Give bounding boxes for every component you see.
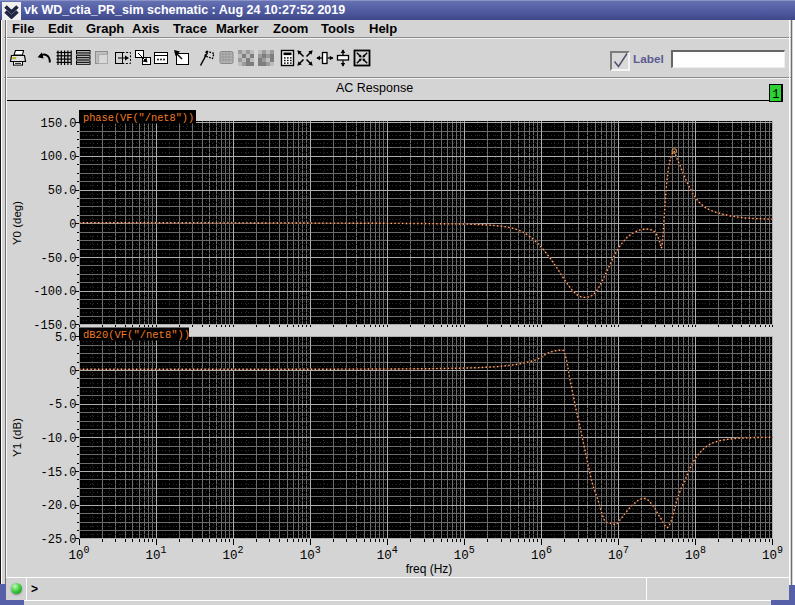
svg-text:10: 10 bbox=[223, 549, 238, 563]
svg-text:10: 10 bbox=[454, 549, 469, 563]
svg-text:7: 7 bbox=[623, 545, 629, 556]
svg-text:5: 5 bbox=[469, 545, 475, 556]
svg-text:1: 1 bbox=[161, 545, 167, 556]
svg-text:Y1 (dB): Y1 (dB) bbox=[11, 418, 23, 457]
svg-text:phase(VF("/net8")): phase(VF("/net8")) bbox=[83, 112, 194, 124]
svg-text:-20.0: -20.0 bbox=[40, 499, 76, 513]
svg-text:8: 8 bbox=[700, 545, 706, 556]
svg-text:AC Response: AC Response bbox=[336, 81, 413, 95]
svg-text:-25.0: -25.0 bbox=[40, 533, 76, 547]
svg-text:2: 2 bbox=[238, 545, 244, 556]
svg-text:10: 10 bbox=[377, 549, 392, 563]
svg-text:0: 0 bbox=[84, 545, 90, 556]
svg-text:100.0: 100.0 bbox=[40, 150, 76, 164]
svg-text:9: 9 bbox=[777, 545, 783, 556]
svg-text:6: 6 bbox=[546, 545, 552, 556]
svg-text:-10.0: -10.0 bbox=[40, 432, 76, 446]
svg-text:-50.0: -50.0 bbox=[40, 252, 76, 266]
svg-text:Y0 (deg): Y0 (deg) bbox=[11, 201, 23, 245]
svg-text:10: 10 bbox=[608, 549, 623, 563]
svg-text:10: 10 bbox=[69, 549, 84, 563]
svg-text:10: 10 bbox=[685, 549, 700, 563]
svg-text:3: 3 bbox=[315, 545, 321, 556]
svg-text:10: 10 bbox=[146, 549, 161, 563]
svg-text:freq (Hz): freq (Hz) bbox=[406, 562, 453, 576]
svg-text:50.0: 50.0 bbox=[48, 184, 77, 198]
svg-text:10: 10 bbox=[531, 549, 546, 563]
svg-text:0: 0 bbox=[69, 218, 76, 232]
svg-text:dB20(VF("/net8")): dB20(VF("/net8")) bbox=[83, 329, 190, 341]
svg-text:150.0: 150.0 bbox=[40, 117, 76, 131]
svg-text:5.0: 5.0 bbox=[55, 331, 77, 345]
svg-text:-5.0: -5.0 bbox=[48, 398, 77, 412]
svg-text:10: 10 bbox=[762, 549, 777, 563]
svg-text:4: 4 bbox=[392, 545, 398, 556]
svg-text:-15.0: -15.0 bbox=[40, 466, 76, 480]
svg-text:1: 1 bbox=[772, 88, 779, 102]
svg-text:-100.0: -100.0 bbox=[33, 285, 76, 299]
svg-text:0: 0 bbox=[69, 365, 76, 379]
svg-text:10: 10 bbox=[300, 549, 315, 563]
